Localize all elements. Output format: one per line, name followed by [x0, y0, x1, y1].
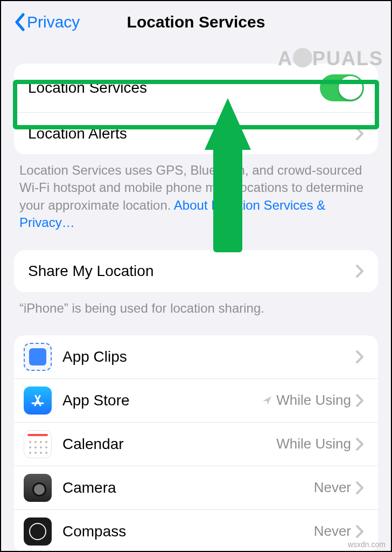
app-name: App Clips [62, 348, 351, 365]
location-alerts-label: Location Alerts [28, 125, 355, 142]
chevron-right-icon [355, 437, 364, 451]
location-services-label: Location Services [28, 79, 320, 96]
page-title: Location Services [127, 13, 265, 31]
location-services-group: Location Services Location Alerts [14, 64, 378, 154]
app-value: While Using [276, 436, 351, 452]
back-label: Privacy [27, 13, 80, 31]
chevron-left-icon [14, 13, 26, 31]
apps-group: App Clips App Store While Using Calendar… [14, 335, 378, 552]
nav-bar: Privacy Location Services [1, 1, 391, 42]
app-row-calendar[interactable]: Calendar While Using [14, 422, 378, 466]
location-services-row[interactable]: Location Services [14, 64, 378, 112]
app-value: Never [314, 523, 351, 540]
calendar-icon [24, 430, 52, 458]
app-name: Compass [62, 523, 314, 540]
camera-icon [24, 474, 52, 502]
location-arrow-icon [261, 395, 273, 406]
share-my-location-row[interactable]: Share My Location [14, 250, 378, 292]
chevron-right-icon [355, 481, 364, 495]
app-name: App Store [62, 392, 261, 409]
app-clips-icon [24, 343, 52, 371]
app-name: Calendar [62, 436, 276, 453]
watermark-source: wsxdn.com [348, 540, 386, 549]
app-row-app-store[interactable]: App Store While Using [14, 378, 378, 422]
location-services-toggle[interactable] [320, 74, 364, 101]
app-value: While Using [276, 392, 351, 409]
location-services-footer: Location Services uses GPS, Bluetooth, a… [1, 154, 391, 232]
chevron-right-icon [355, 127, 364, 141]
chevron-right-icon [355, 394, 364, 408]
app-value: Never [314, 479, 351, 496]
location-alerts-row[interactable]: Location Alerts [14, 112, 378, 154]
chevron-right-icon [355, 525, 364, 539]
share-location-footer: “iPhone” is being used for location shar… [1, 292, 391, 317]
chevron-right-icon [355, 350, 364, 364]
share-my-location-label: Share My Location [28, 263, 355, 280]
app-row-app-clips[interactable]: App Clips [14, 335, 378, 378]
share-location-group: Share My Location [14, 250, 378, 292]
app-name: Camera [62, 479, 314, 496]
back-button[interactable]: Privacy [14, 13, 80, 31]
compass-icon [24, 518, 52, 546]
app-row-camera[interactable]: Camera Never [14, 466, 378, 509]
app-store-icon [24, 387, 52, 415]
chevron-right-icon [355, 264, 364, 278]
app-row-compass[interactable]: Compass Never [14, 509, 378, 552]
